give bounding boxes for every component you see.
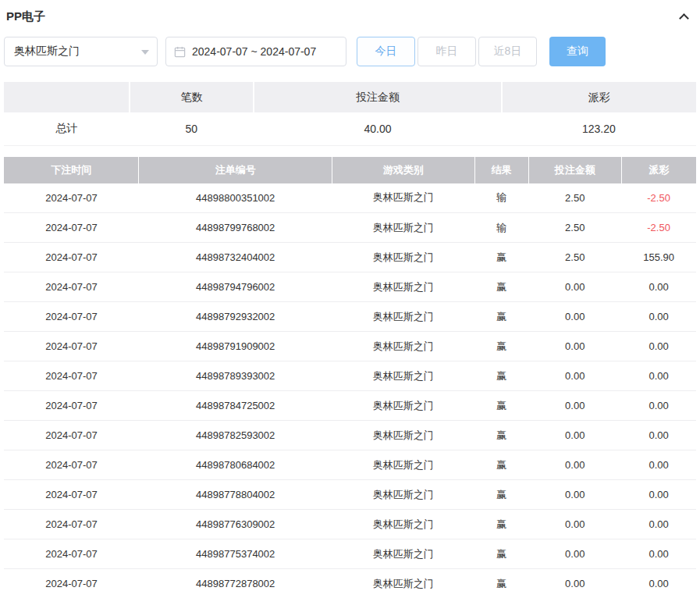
game-category-cell: 奥林匹斯之门 (332, 183, 474, 213)
payout-cell: 155.90 (621, 243, 696, 272)
result-cell: 输 (474, 213, 528, 243)
bet-table-header-row: 下注时间 注单编号 游戏类别 结果 投注金额 派彩 (4, 157, 696, 183)
summary-header-bet-amount: 投注金额 (254, 82, 502, 112)
table-row: 2024-07-0744898775374002奥林匹斯之门赢0.000.00 (4, 539, 696, 569)
quick-range-buttons: 今日 昨日 近8日 (357, 37, 537, 66)
bet-amount-cell: 0.00 (528, 510, 621, 539)
bet-time-cell: 2024-07-07 (4, 213, 139, 243)
result-cell: 赢 (474, 243, 528, 272)
summary-header-row: 笔数 投注金额 派彩 (4, 82, 696, 112)
result-cell: 赢 (474, 569, 528, 591)
bet-amount-cell: 0.00 (528, 421, 621, 450)
collapse-chevron-up-icon[interactable] (679, 13, 689, 23)
quick-range-button[interactable]: 昨日 (418, 37, 476, 66)
summary-total-label: 总计 (4, 112, 130, 145)
bet-time-cell: 2024-07-07 (4, 480, 139, 510)
game-category-cell: 奥林匹斯之门 (332, 421, 474, 450)
date-range-value: 2024-07-07 ~ 2024-07-07 (192, 45, 316, 58)
bet-amount-cell: 0.00 (528, 569, 621, 591)
order-id-cell: 44898800351002 (139, 183, 332, 213)
result-cell: 赢 (474, 272, 528, 302)
bet-amount-cell: 0.00 (528, 480, 621, 510)
order-id-cell: 44898780684002 (139, 450, 332, 480)
payout-cell: 0.00 (621, 332, 696, 361)
game-category-cell: 奥林匹斯之门 (332, 272, 474, 302)
filter-bar: 奥林匹斯之门 2024-07-07 ~ 2024-07-07 今日 昨日 近8日… (4, 37, 696, 66)
summary-total-count: 50 (130, 112, 254, 145)
bet-amount-cell: 0.00 (528, 302, 621, 332)
table-row: 2024-07-0744898800351002奥林匹斯之门输2.50-2.50 (4, 183, 696, 213)
table-row: 2024-07-0744898784725002奥林匹斯之门赢0.000.00 (4, 391, 696, 421)
bet-amount-cell: 0.00 (528, 450, 621, 480)
table-row: 2024-07-0744898780684002奥林匹斯之门赢0.000.00 (4, 450, 696, 480)
result-cell: 赢 (474, 391, 528, 421)
game-category-cell: 奥林匹斯之门 (332, 302, 474, 332)
bet-records-table: 下注时间 注单编号 游戏类别 结果 投注金额 派彩 2024-07-074489… (4, 157, 696, 591)
game-select[interactable]: 奥林匹斯之门 (4, 37, 158, 66)
bet-amount-cell: 2.50 (528, 243, 621, 272)
table-row: 2024-07-0744898782593002奥林匹斯之门赢0.000.00 (4, 421, 696, 450)
game-category-cell: 奥林匹斯之门 (332, 213, 474, 243)
page-title: PP电子 (6, 9, 45, 24)
bet-time-cell: 2024-07-07 (4, 183, 139, 213)
summary-total-payout: 123.20 (502, 112, 696, 145)
order-id-cell: 44898782593002 (139, 421, 332, 450)
game-category-cell: 奥林匹斯之门 (332, 243, 474, 272)
order-id-cell: 44898772878002 (139, 569, 332, 591)
game-category-cell: 奥林匹斯之门 (332, 480, 474, 510)
column-header-game-category: 游戏类别 (332, 157, 474, 183)
table-row: 2024-07-0744898791909002奥林匹斯之门赢0.000.00 (4, 332, 696, 361)
game-select-value: 奥林匹斯之门 (14, 45, 80, 59)
table-row: 2024-07-0744898776309002奥林匹斯之门赢0.000.00 (4, 510, 696, 539)
game-category-cell: 奥林匹斯之门 (332, 569, 474, 591)
bet-time-cell: 2024-07-07 (4, 243, 139, 272)
bet-time-cell: 2024-07-07 (4, 332, 139, 361)
payout-cell: 0.00 (621, 539, 696, 569)
result-cell: 输 (474, 183, 528, 213)
game-category-cell: 奥林匹斯之门 (332, 510, 474, 539)
bet-time-cell: 2024-07-07 (4, 302, 139, 332)
table-row: 2024-07-0744898789393002奥林匹斯之门赢0.000.00 (4, 361, 696, 391)
table-row: 2024-07-0744898794796002奥林匹斯之门赢0.000.00 (4, 272, 696, 302)
date-range-input[interactable]: 2024-07-07 ~ 2024-07-07 (165, 37, 346, 66)
order-id-cell: 44898732404002 (139, 243, 332, 272)
payout-cell: 0.00 (621, 361, 696, 391)
payout-cell: 0.00 (621, 510, 696, 539)
quick-range-button[interactable]: 近8日 (478, 37, 537, 66)
table-row: 2024-07-0744898778804002奥林匹斯之门赢0.000.00 (4, 480, 696, 510)
payout-cell: 0.00 (621, 391, 696, 421)
table-row: 2024-07-0744898799768002奥林匹斯之门输2.50-2.50 (4, 213, 696, 243)
bet-amount-cell: 0.00 (528, 272, 621, 302)
order-id-cell: 44898791909002 (139, 332, 332, 361)
order-id-cell: 44898789393002 (139, 361, 332, 391)
order-id-cell: 44898775374002 (139, 539, 332, 569)
bet-time-cell: 2024-07-07 (4, 450, 139, 480)
table-row: 2024-07-0744898732404002奥林匹斯之门赢2.50155.9… (4, 243, 696, 272)
order-id-cell: 44898784725002 (139, 391, 332, 421)
game-category-cell: 奥林匹斯之门 (332, 450, 474, 480)
query-button[interactable]: 查询 (549, 37, 606, 66)
column-header-payout: 派彩 (621, 157, 696, 183)
bet-amount-cell: 0.00 (528, 361, 621, 391)
summary-table: 笔数 投注金额 派彩 总计 50 40.00 123.20 (4, 82, 696, 146)
bet-time-cell: 2024-07-07 (4, 391, 139, 421)
table-row: 2024-07-0744898772878002奥林匹斯之门赢0.000.00 (4, 569, 696, 591)
order-id-cell: 44898792932002 (139, 302, 332, 332)
game-category-cell: 奥林匹斯之门 (332, 332, 474, 361)
summary-header-blank (4, 82, 130, 112)
bet-time-cell: 2024-07-07 (4, 361, 139, 391)
chevron-down-icon (141, 50, 149, 55)
payout-cell: -2.50 (621, 183, 696, 213)
game-category-cell: 奥林匹斯之门 (332, 361, 474, 391)
column-header-order-id: 注单编号 (139, 157, 332, 183)
result-cell: 赢 (474, 539, 528, 569)
quick-range-button[interactable]: 今日 (357, 37, 415, 66)
bet-amount-cell: 0.00 (528, 391, 621, 421)
column-header-bet-time: 下注时间 (4, 157, 139, 183)
summary-total-bet-amount: 40.00 (254, 112, 502, 145)
summary-header-payout: 派彩 (502, 82, 696, 112)
summary-header-count: 笔数 (130, 82, 254, 112)
payout-cell: 0.00 (621, 450, 696, 480)
result-cell: 赢 (474, 450, 528, 480)
summary-total-row: 总计 50 40.00 123.20 (4, 112, 696, 145)
